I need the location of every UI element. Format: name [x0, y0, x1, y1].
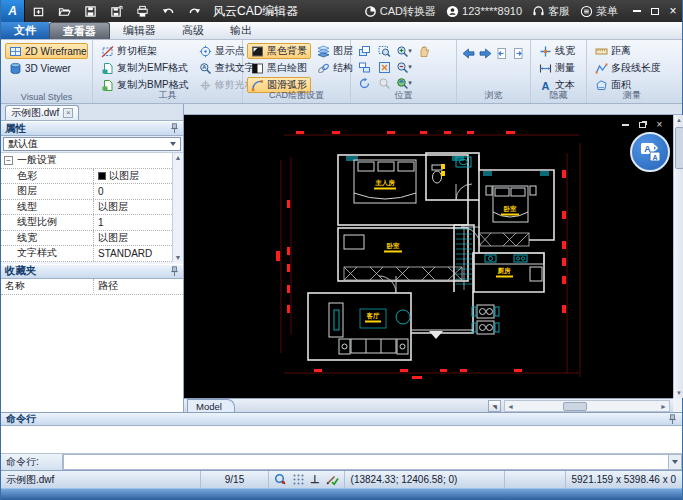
- line-width-button[interactable]: 线宽: [535, 43, 582, 59]
- command-input[interactable]: [63, 454, 668, 470]
- menu-button[interactable]: 菜单: [580, 4, 618, 19]
- cad-converter-button[interactable]: CAD转换器: [364, 4, 436, 19]
- favorites-col-name[interactable]: 名称: [1, 279, 93, 293]
- favorites-col-path[interactable]: 路径: [93, 279, 183, 293]
- 3d-viewer-button[interactable]: 3D Viewer: [5, 60, 88, 76]
- user-account[interactable]: 123****8910: [446, 5, 522, 18]
- document-tab[interactable]: 示例图.dwf ×: [5, 105, 79, 120]
- cascade-views-icon: [358, 61, 371, 74]
- zoom-disabled-icon: [378, 77, 391, 90]
- zoom-extents-button[interactable]: [375, 59, 393, 75]
- prev-page-button[interactable]: [495, 45, 510, 61]
- favorites-list[interactable]: [1, 295, 183, 413]
- ortho-mode-icon[interactable]: ⊥: [310, 473, 320, 486]
- tab-output[interactable]: 输出: [217, 22, 265, 39]
- image-convert-floating-button[interactable]: A A: [630, 132, 670, 172]
- bw-draw-button[interactable]: 黑白绘图: [247, 60, 311, 76]
- left-panel: 示例图.dwf × 属性 默认值 −一般设置 色彩 以图层 图层 0: [1, 104, 184, 412]
- open-button[interactable]: [52, 1, 76, 21]
- maximize-button[interactable]: [646, 1, 664, 21]
- status-bar: 示例图.dwf 9/15 ⊥ (13824.33; 12406.58; 0) 5…: [1, 470, 682, 488]
- new-file-button[interactable]: [26, 1, 50, 21]
- copy-emf-button[interactable]: 复制为EMF格式: [97, 60, 193, 76]
- translate-image-icon: A A: [637, 139, 663, 165]
- measure-toggle-button[interactable]: 测量: [535, 60, 582, 76]
- forward-button[interactable]: [478, 45, 493, 61]
- horizontal-scrollbar[interactable]: ◄ ►: [504, 400, 670, 412]
- canvas-minimize-button[interactable]: [620, 119, 631, 130]
- property-row[interactable]: 线型比例 1: [1, 215, 172, 231]
- support-button[interactable]: 客服: [532, 4, 570, 19]
- polyline-length-button[interactable]: 多段线长度: [591, 60, 673, 76]
- clip-frame-icon: [101, 45, 114, 58]
- property-row[interactable]: 线型 以图层: [1, 200, 172, 216]
- scroll-right-icon[interactable]: ►: [660, 403, 667, 410]
- cascade-views-button[interactable]: [355, 59, 373, 75]
- canvas-close-button[interactable]: ×: [654, 119, 665, 130]
- avatar-icon: [446, 5, 459, 18]
- scroll-up-icon[interactable]: ▲: [676, 117, 682, 123]
- pin-icon[interactable]: [170, 123, 179, 134]
- back-button[interactable]: [461, 45, 476, 61]
- collapse-icon[interactable]: −: [4, 156, 13, 165]
- vertical-scroll-thumb[interactable]: [675, 127, 683, 169]
- distance-button[interactable]: 距离: [591, 43, 673, 59]
- clip-frame-button[interactable]: 剪切框架: [97, 43, 193, 59]
- tab-advanced[interactable]: 高级: [169, 22, 217, 39]
- rotate-icon: [358, 77, 371, 90]
- black-background-button[interactable]: 黑色背景: [247, 43, 311, 59]
- grid-snap-icon[interactable]: [292, 473, 305, 486]
- pin-icon[interactable]: [668, 414, 677, 425]
- tab-editor[interactable]: 编辑器: [110, 22, 169, 39]
- save-as-button[interactable]: [104, 1, 128, 21]
- prev-page-icon: [495, 47, 508, 60]
- undo-button[interactable]: [156, 1, 180, 21]
- property-group-row[interactable]: −一般设置: [1, 153, 172, 169]
- command-expand-button[interactable]: [668, 454, 682, 470]
- group-tools: 剪切框架 复制为EMF格式 复制为BMP格式 显示点: [93, 40, 243, 103]
- command-history[interactable]: [1, 426, 682, 454]
- scroll-down-icon[interactable]: ▼: [676, 390, 682, 396]
- osnap-icon[interactable]: [274, 473, 287, 486]
- property-row[interactable]: 文字样式 STANDARD: [1, 246, 172, 262]
- property-row[interactable]: 色彩 以图层: [1, 169, 172, 185]
- zoom-window-button[interactable]: [375, 43, 393, 59]
- document-tab-label: 示例图.dwf: [11, 106, 59, 120]
- canvas-restore-button[interactable]: [637, 119, 648, 130]
- model-tab[interactable]: Model: [187, 399, 235, 412]
- find-text-icon: A: [199, 62, 212, 75]
- minimize-button[interactable]: [628, 1, 646, 21]
- property-row[interactable]: 图层 0: [1, 184, 172, 200]
- tab-file[interactable]: 文件: [1, 22, 49, 39]
- bw-draw-icon: [251, 62, 264, 75]
- save-button[interactable]: [78, 1, 102, 21]
- black-bg-icon: [251, 45, 264, 58]
- new-window-icon: [32, 5, 45, 18]
- polyline-length-icon: [595, 62, 608, 75]
- emf-page-icon: [101, 62, 114, 75]
- next-page-button[interactable]: [511, 45, 526, 61]
- tab-viewer[interactable]: 查看器: [49, 22, 110, 39]
- properties-scrollbar[interactable]: ▲▼: [172, 153, 183, 262]
- scroll-left-icon[interactable]: ◄: [507, 403, 514, 410]
- chevron-down-icon: [170, 142, 176, 146]
- tab-scroll-button[interactable]: ◥: [488, 400, 501, 412]
- zoom-out-button[interactable]: ▾: [395, 59, 413, 75]
- document-close-icon[interactable]: ×: [63, 108, 73, 118]
- pin-icon[interactable]: [170, 266, 179, 277]
- 2d-wireframe-button[interactable]: 2D Wireframe: [5, 43, 88, 59]
- print-button[interactable]: [130, 1, 154, 21]
- vertical-scrollbar[interactable]: ▲ ▼: [673, 115, 683, 398]
- zoom-in-button[interactable]: ▾: [395, 43, 413, 59]
- drawing-canvas[interactable]: 主人房 卧室 卧室 客厅 厨房 × A: [184, 115, 673, 398]
- entry-marker: [411, 330, 473, 339]
- redo-button[interactable]: [182, 1, 206, 21]
- pan-button[interactable]: [415, 43, 433, 59]
- close-button[interactable]: ×: [664, 1, 682, 21]
- horizontal-scroll-thumb[interactable]: [563, 402, 587, 411]
- property-row[interactable]: 线宽 以图层: [1, 231, 172, 247]
- preset-select[interactable]: 默认值: [3, 137, 181, 151]
- copy-view-button[interactable]: [355, 43, 373, 59]
- draw-pen-icon[interactable]: [325, 473, 339, 486]
- wireframe-icon: [9, 45, 22, 58]
